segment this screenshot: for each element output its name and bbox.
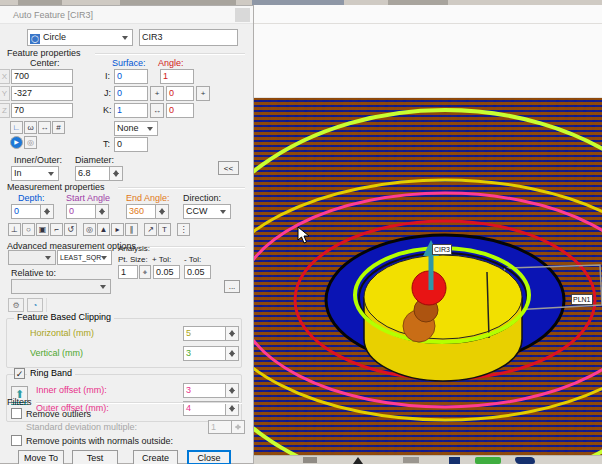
vertical-spinner[interactable] bbox=[226, 346, 239, 361]
dialog-title: Auto Feature [CIR3] bbox=[13, 10, 93, 20]
strategy-corner-icon[interactable]: ⌐ bbox=[50, 223, 63, 236]
laser-scan-tab-icon[interactable]: ◔ bbox=[27, 298, 43, 312]
ring-band-checkbox[interactable]: ✓ bbox=[14, 368, 25, 379]
strategy-box-icon[interactable]: ▣ bbox=[36, 223, 49, 236]
tab-separator bbox=[46, 298, 47, 312]
vector-mode-combo[interactable]: None bbox=[114, 121, 158, 136]
pt-size-probe-icon[interactable]: ⌖ bbox=[139, 265, 151, 279]
relative-to-browse-button[interactable]: ... bbox=[224, 280, 240, 293]
target-mode-toggle[interactable]: ◎ bbox=[24, 136, 37, 149]
remove-normals-label: Remove points with normals outside: bbox=[26, 436, 173, 446]
angle-k-field[interactable]: 0 bbox=[166, 103, 194, 118]
dialog-close-button[interactable] bbox=[235, 8, 250, 22]
t-label: T: bbox=[103, 139, 110, 149]
horizontal-field[interactable]: 5 bbox=[183, 326, 226, 341]
analysis-label: Analysis: bbox=[118, 244, 150, 253]
depth-spinner[interactable] bbox=[41, 204, 54, 219]
surface-i-field[interactable]: 0 bbox=[114, 69, 148, 84]
inner-outer-combo[interactable]: In bbox=[11, 166, 59, 181]
status-icon[interactable] bbox=[449, 457, 460, 464]
end-angle-field[interactable]: 360 bbox=[126, 204, 156, 219]
dialog-title-bar[interactable]: Auto Feature [CIR3] bbox=[0, 6, 253, 24]
clipping-group-label: Feature Based Clipping bbox=[14, 312, 114, 322]
status-green-button[interactable] bbox=[475, 457, 501, 464]
direction-label: Direction: bbox=[183, 193, 221, 203]
t-field[interactable]: 0 bbox=[114, 137, 148, 152]
feature-label-cir3[interactable]: CIR3 bbox=[432, 244, 452, 255]
section-divider bbox=[118, 187, 245, 188]
z-axis-tag: Z bbox=[0, 103, 10, 118]
start-angle-field[interactable]: 0 bbox=[66, 204, 96, 219]
end-angle-spinner[interactable] bbox=[156, 204, 169, 219]
surface-label: Surface: bbox=[112, 58, 146, 68]
status-triangle-icon[interactable] bbox=[353, 457, 363, 464]
strategy-target-icon[interactable]: ◎ bbox=[83, 223, 96, 236]
section-divider bbox=[36, 402, 242, 403]
feature-type-value: Circle bbox=[43, 32, 66, 42]
vector-mode-value: None bbox=[117, 123, 139, 133]
distance-toggle[interactable]: ↔ bbox=[38, 121, 51, 134]
strategy-play-icon[interactable]: ▸ bbox=[111, 223, 124, 236]
close-button[interactable]: Close bbox=[187, 450, 231, 464]
diameter-spinner[interactable] bbox=[110, 166, 123, 181]
test-button[interactable]: Test bbox=[72, 450, 118, 464]
strategy-triangle-icon[interactable]: ▲ bbox=[97, 223, 110, 236]
remove-outliers-checkbox[interactable] bbox=[11, 408, 22, 419]
angle-j-field[interactable]: 0 bbox=[166, 86, 194, 101]
contact-settings-tab-icon[interactable]: ⚙ bbox=[8, 298, 24, 312]
wave-toggle[interactable]: ω bbox=[24, 121, 37, 134]
vertical-field[interactable]: 3 bbox=[183, 346, 226, 361]
depth-field[interactable]: 0 bbox=[11, 204, 41, 219]
strategy-vector-icon[interactable]: ↗ bbox=[144, 223, 157, 236]
feature-name-input[interactable]: CIR3 bbox=[139, 29, 238, 46]
pt-size-field[interactable]: 1 bbox=[118, 265, 138, 279]
grid-toggle[interactable]: # bbox=[52, 121, 65, 134]
strategy-parallel-icon[interactable]: ∥ bbox=[125, 223, 138, 236]
3d-viewport[interactable]: CIR3 PLN1 bbox=[253, 98, 602, 455]
strategy-rotate-icon[interactable]: ↺ bbox=[64, 223, 77, 236]
outer-offset-field[interactable]: 4 bbox=[183, 401, 226, 416]
collapse-dialog-button[interactable]: << bbox=[218, 161, 239, 175]
start-angle-spinner[interactable] bbox=[96, 204, 109, 219]
horizontal-label: Horizontal (mm) bbox=[30, 328, 94, 338]
algorithm-combo[interactable]: LEAST_SQR bbox=[57, 250, 112, 265]
create-button[interactable]: Create bbox=[133, 450, 178, 464]
diameter-field[interactable]: 6.8 bbox=[75, 166, 110, 181]
status-icon[interactable] bbox=[403, 457, 419, 463]
angle-vector-pick-button[interactable]: + bbox=[196, 86, 210, 101]
horizontal-spinner[interactable] bbox=[226, 326, 239, 341]
std-dev-field: 1 bbox=[208, 420, 232, 434]
strategy-text-icon[interactable]: T bbox=[158, 223, 171, 236]
chevron-down-icon bbox=[220, 210, 226, 214]
outer-offset-spinner[interactable] bbox=[226, 401, 239, 416]
minus-tol-field[interactable]: 0.05 bbox=[184, 265, 211, 279]
center-z-field[interactable]: 70 bbox=[11, 103, 73, 118]
surface-k-field[interactable]: 1 bbox=[114, 103, 148, 118]
strategy-perpendicular-icon[interactable]: ⊥ bbox=[8, 223, 21, 236]
surface-vector-pick-button[interactable]: + bbox=[150, 86, 164, 101]
status-icon[interactable] bbox=[303, 457, 317, 463]
status-icon[interactable] bbox=[515, 457, 535, 464]
strategy-more-icon[interactable]: ⋮ bbox=[177, 223, 190, 236]
inner-offset-spinner[interactable] bbox=[226, 383, 239, 398]
plus-tol-field[interactable]: 0.05 bbox=[153, 265, 180, 279]
remove-outliers-label: Remove outliers bbox=[26, 409, 91, 419]
flip-vector-button[interactable]: ↔ bbox=[150, 103, 164, 118]
std-dev-spinner bbox=[232, 420, 245, 434]
direction-combo[interactable]: CCW bbox=[183, 204, 231, 219]
inner-offset-field[interactable]: 3 bbox=[183, 383, 226, 398]
center-x-field[interactable]: 700 bbox=[11, 69, 73, 84]
algorithm-value: LEAST_SQR bbox=[60, 254, 101, 261]
center-y-field[interactable]: -327 bbox=[11, 86, 73, 101]
move-to-button[interactable]: Move To bbox=[18, 450, 64, 464]
relative-to-combo[interactable] bbox=[11, 279, 111, 294]
feature-label-pln1[interactable]: PLN1 bbox=[571, 294, 593, 305]
feature-type-combo[interactable]: ◯Circle bbox=[27, 29, 133, 46]
angle-i-field[interactable]: 1 bbox=[160, 69, 194, 84]
strategy-circle-icon[interactable]: ○ bbox=[22, 223, 35, 236]
snap-point-toggle[interactable]: ∟ bbox=[10, 121, 23, 134]
surface-j-field[interactable]: 0 bbox=[114, 86, 148, 101]
angle-label: Angle: bbox=[158, 58, 184, 68]
remove-normals-checkbox[interactable] bbox=[11, 435, 22, 446]
point-mode-toggle[interactable]: ▶ bbox=[10, 136, 23, 149]
